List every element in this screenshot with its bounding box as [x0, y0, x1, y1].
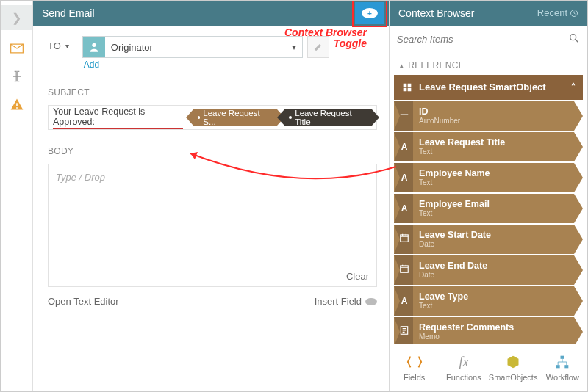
chevron-up-icon: ˄	[571, 82, 576, 92]
field-row[interactable]: Leave Start DateDate	[394, 225, 583, 254]
page-title: Send Email	[42, 7, 95, 19]
field-row[interactable]: ALeave Request TitleText	[394, 132, 583, 161]
collapse-icon[interactable]: ❯	[12, 11, 21, 25]
reference-header[interactable]: ▴ REFERENCE	[390, 54, 587, 75]
field-row[interactable]: Requester CommentsMemo	[394, 317, 583, 344]
search-row	[390, 26, 587, 54]
context-header: Context Browser Recent	[390, 1, 587, 26]
field-type: Text	[419, 209, 490, 217]
field-type-icon	[398, 233, 411, 245]
subject-input[interactable]: Your Leave Request is Approved: Leave Re…	[48, 105, 377, 130]
field-name: Leave Start Date	[419, 231, 491, 240]
field-type: Text	[419, 148, 505, 156]
search-icon[interactable]	[568, 32, 580, 46]
to-recipient-value: Originator	[105, 42, 286, 53]
workflow-icon	[553, 353, 571, 371]
mail-icon[interactable]	[7, 39, 26, 58]
recent-link[interactable]: Recent	[537, 7, 578, 18]
tab-functions[interactable]: fx Functions	[439, 344, 488, 391]
subject-tag-smartobject[interactable]: Leave Request S...	[193, 109, 278, 126]
field-type-icon: A	[398, 296, 411, 306]
field-row[interactable]: IDAutoNumber	[394, 101, 583, 131]
fields-icon	[406, 353, 423, 371]
search-input[interactable]	[397, 34, 568, 45]
open-text-editor-link[interactable]: Open Text Editor	[48, 296, 119, 307]
smartobject-header[interactable]: Leave Request SmartObject ˄	[394, 75, 583, 100]
warning-icon[interactable]	[7, 95, 26, 114]
field-name: Employee Name	[419, 169, 490, 178]
clear-button[interactable]: Clear	[346, 271, 369, 282]
svg-point-2	[92, 43, 96, 47]
left-rail: ❯	[1, 1, 33, 391]
subject-text: Your Leave Request is Approved:	[53, 106, 183, 129]
field-type: AutoNumber	[419, 117, 460, 125]
field-type: Text	[419, 178, 490, 186]
field-type-icon: A	[398, 142, 411, 152]
body-input[interactable]: Type / Drop Clear	[48, 164, 377, 287]
field-type-icon	[398, 109, 411, 122]
to-recipient-chip[interactable]: Originator ▾	[82, 36, 303, 58]
chevron-down-icon[interactable]: ▾	[286, 42, 302, 52]
field-name: Leave End Date	[419, 261, 487, 271]
add-recipient-link[interactable]: Add	[84, 59, 329, 70]
field-name: Requester Comments	[419, 323, 514, 333]
person-icon	[83, 37, 105, 57]
context-title: Context Browser	[398, 7, 474, 19]
svg-rect-6	[401, 266, 409, 272]
svg-rect-0	[16, 103, 18, 106]
context-browser-toggle[interactable]	[355, 2, 384, 24]
eye-plus-icon	[362, 8, 378, 18]
svg-rect-9	[556, 366, 560, 369]
eye-icon	[365, 298, 377, 305]
svg-rect-8	[561, 356, 564, 359]
field-type-icon	[398, 264, 411, 276]
body-placeholder: Type / Drop	[56, 172, 105, 183]
field-name: ID	[419, 107, 460, 117]
insert-field-link[interactable]: Insert Field	[315, 296, 377, 307]
tab-fields[interactable]: Fields	[390, 344, 439, 391]
clock-icon	[570, 9, 578, 18]
smartobject-panel: Leave Request SmartObject ˄ IDAutoNumber…	[394, 75, 583, 344]
to-label: TO ▾	[48, 36, 69, 51]
subject-label: SUBJECT	[48, 87, 377, 98]
field-type: Memo	[419, 333, 514, 341]
field-row[interactable]: Leave End DateDate	[394, 255, 583, 285]
field-name: Leave Request Title	[419, 138, 505, 148]
functions-icon: fx	[455, 353, 473, 371]
main-header: Send Email	[33, 1, 389, 26]
field-row[interactable]: AEmployee EmailText	[394, 194, 583, 223]
svg-rect-1	[16, 107, 18, 109]
svg-rect-5	[401, 235, 409, 242]
svg-rect-10	[565, 366, 569, 369]
body-label: BODY	[48, 146, 377, 156]
field-type-icon: A	[398, 203, 411, 214]
context-tabs: Fields fx Functions SmartObjects Workflo…	[390, 344, 587, 391]
triangle-down-icon: ▴	[400, 62, 404, 69]
smartobjects-icon	[504, 353, 522, 371]
subject-tag-field[interactable]: Leave Request Title	[284, 109, 372, 126]
field-type: Text	[419, 302, 468, 310]
field-type: Date	[419, 271, 487, 279]
smartobject-icon	[401, 81, 413, 93]
tab-smartobjects[interactable]: SmartObjects	[489, 344, 538, 391]
edit-recipient-button[interactable]	[307, 36, 329, 58]
field-name: Leave Type	[419, 292, 468, 302]
chevron-down-icon[interactable]: ▾	[65, 42, 69, 50]
field-row[interactable]: ALeave TypeText	[394, 286, 583, 316]
tab-workflow[interactable]: Workflow	[538, 344, 587, 391]
field-type: Date	[419, 240, 491, 248]
field-name: Employee Email	[419, 200, 490, 209]
field-row[interactable]: AEmployee NameText	[394, 163, 583, 192]
text-cursor-icon[interactable]	[7, 67, 26, 86]
field-type-icon: A	[398, 173, 411, 183]
field-type-icon	[398, 325, 411, 338]
svg-point-4	[570, 35, 576, 40]
